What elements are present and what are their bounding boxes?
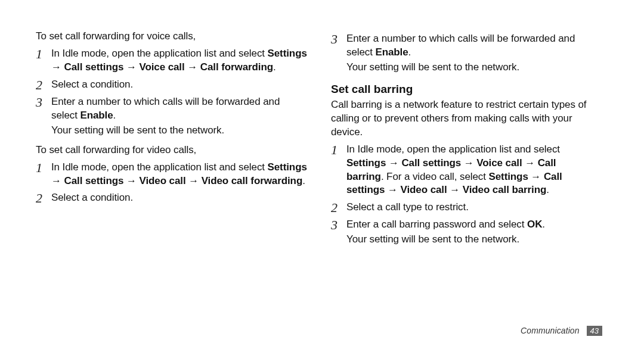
barring-steps: 1 In Idle mode, open the application lis… — [331, 143, 590, 247]
step-text: In Idle mode, open the application list … — [51, 47, 307, 74]
step-number: 2 — [36, 78, 51, 92]
list-item: 1 In Idle mode, open the application lis… — [331, 143, 590, 198]
left-column: To set call forwarding for voice calls, … — [36, 30, 325, 349]
list-item: 3 Enter a number to which calls will be … — [36, 95, 307, 138]
step-number: 1 — [36, 47, 51, 61]
step-text: Enter a call barring password and select… — [346, 218, 545, 247]
step-text: Enter a number to which calls will be fo… — [346, 32, 590, 74]
video-steps-cont: 3 Enter a number to which calls will be … — [331, 32, 590, 74]
step-note: Your setting will be sent to the network… — [346, 233, 545, 247]
step-text: In Idle mode, open the application list … — [346, 143, 590, 198]
step-text: Select a call type to restrict. — [346, 201, 469, 214]
list-item: 2 Select a condition. — [36, 191, 307, 205]
intro-video: To set call forwarding for video calls, — [36, 144, 307, 157]
step-note: Your setting will be sent to the network… — [346, 61, 590, 74]
video-steps: 1 In Idle mode, open the application lis… — [36, 161, 307, 205]
step-number: 1 — [331, 143, 346, 157]
step-number: 3 — [331, 32, 346, 46]
voice-steps: 1 In Idle mode, open the application lis… — [36, 47, 307, 138]
page-number: 43 — [587, 326, 602, 336]
step-number: 3 — [36, 95, 51, 109]
step-text: Enter a number to which calls will be fo… — [51, 95, 307, 138]
list-item: 2 Select a call type to restrict. — [331, 201, 590, 214]
step-number: 2 — [36, 191, 51, 205]
step-text: Select a condition. — [51, 191, 133, 205]
page: To set call forwarding for voice calls, … — [0, 0, 644, 349]
list-item: 1 In Idle mode, open the application lis… — [36, 161, 307, 188]
step-number: 1 — [36, 161, 51, 174]
desc-call-barring: Call barring is a network feature to res… — [331, 98, 590, 139]
intro-voice: To set call forwarding for voice calls, — [36, 30, 307, 43]
page-footer: Communication 43 — [521, 326, 602, 336]
list-item: 2 Select a condition. — [36, 78, 307, 92]
heading-call-barring: Set call barring — [331, 83, 590, 96]
step-note: Your setting will be sent to the network… — [51, 124, 307, 138]
list-item: 1 In Idle mode, open the application lis… — [36, 47, 307, 74]
step-number: 2 — [331, 201, 346, 214]
step-text: In Idle mode, open the application list … — [51, 161, 307, 188]
list-item: 3 Enter a number to which calls will be … — [331, 32, 590, 74]
footer-section: Communication — [521, 326, 580, 335]
step-text: Select a condition. — [51, 78, 133, 92]
right-column: 3 Enter a number to which calls will be … — [325, 30, 614, 349]
list-item: 3 Enter a call barring password and sele… — [331, 218, 590, 247]
step-number: 3 — [331, 218, 346, 232]
